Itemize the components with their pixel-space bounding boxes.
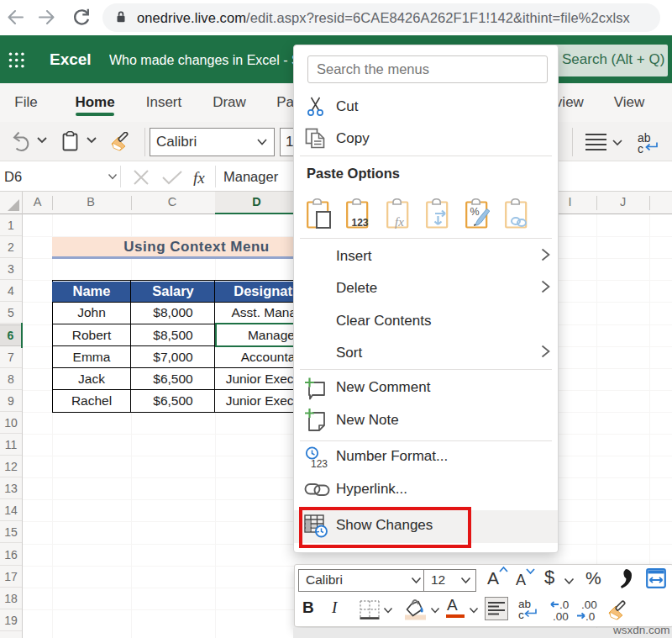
svg-text:123: 123 [352, 217, 369, 229]
svg-text:c: c [638, 142, 643, 155]
svg-text:123: 123 [311, 458, 328, 468]
svg-text:.00: .00 [553, 610, 569, 622]
svg-text:fx: fx [193, 169, 205, 186]
svg-text:%: % [470, 206, 480, 218]
svg-text:c: c [518, 609, 524, 620]
svg-text:fx: fx [395, 215, 404, 229]
svg-text:.0: .0 [585, 610, 595, 622]
